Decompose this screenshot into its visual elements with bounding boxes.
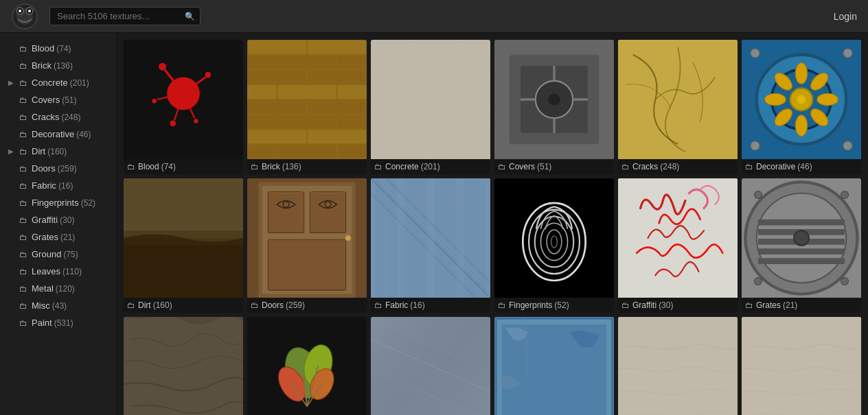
folder-icon: 🗀 xyxy=(19,78,27,88)
sidebar-count: (531) xyxy=(54,318,73,328)
grid-item-concrete[interactable]: 🗀Concrete (201) xyxy=(371,40,490,174)
folder-icon: 🗀 xyxy=(745,162,753,171)
grid-item-name: Brick xyxy=(262,162,280,171)
logo-icon xyxy=(11,3,38,30)
grid-item-thumbnail xyxy=(742,40,861,159)
grid-item-decorative[interactable]: 🗀Decorative (46) xyxy=(742,40,861,174)
sidebar-count: (136) xyxy=(54,61,73,71)
svg-rect-126 xyxy=(758,220,845,226)
login-button[interactable]: Login xyxy=(834,11,857,22)
grid-item-ground[interactable]: 🗀Ground (75) xyxy=(124,317,243,415)
svg-point-14 xyxy=(194,119,198,123)
sidebar-item-fingerprints[interactable]: 🗀Fingerprints (52) xyxy=(0,194,116,211)
sidebar-item-metal[interactable]: 🗀Metal (120) xyxy=(0,280,116,297)
search-input[interactable] xyxy=(49,7,201,25)
grid-item-count: (201) xyxy=(421,162,440,171)
sidebar-label: Dirt xyxy=(32,146,45,156)
svg-point-117 xyxy=(523,203,585,281)
sidebar-item-decorative[interactable]: 🗀Decorative (46) xyxy=(0,126,116,143)
grid-item-label: 🗀Grates (21) xyxy=(742,298,861,313)
sidebar-count: (120) xyxy=(56,284,75,294)
svg-point-86 xyxy=(817,93,838,105)
sidebar-item-dirt[interactable]: ▶🗀Dirt (160) xyxy=(0,143,116,160)
svg-point-12 xyxy=(170,120,176,126)
grid-item-name: Graffiti xyxy=(632,300,656,310)
sidebar-item-paint[interactable]: 🗀Paint (531) xyxy=(0,314,116,331)
grid-item-blood[interactable]: 🗀Blood (74) xyxy=(124,40,243,174)
texture-grid: 🗀Blood (74)🗀Brick (136) 🗀Concrete (201) … xyxy=(124,40,861,415)
grid-item-label: 🗀Covers (51) xyxy=(494,159,614,174)
grid-item-count: (74) xyxy=(161,162,176,171)
folder-icon: 🗀 xyxy=(19,198,27,208)
sidebar-item-ground[interactable]: 🗀Ground (75) xyxy=(0,246,116,263)
svg-point-131 xyxy=(794,230,809,246)
sidebar-item-blood[interactable]: 🗀Blood (74) xyxy=(0,40,116,57)
grid-item-doors[interactable]: 🗀Doors (259) xyxy=(247,178,367,313)
grid-item-thumbnail xyxy=(124,40,243,159)
sidebar-item-concrete[interactable]: ▶🗀Concrete (201) xyxy=(0,74,116,91)
folder-icon: 🗀 xyxy=(19,112,27,122)
grid-item-dirt[interactable]: 🗀Dirt (160) xyxy=(124,178,243,313)
sidebar-label: Leaves xyxy=(32,266,60,276)
sidebar-count: (248) xyxy=(61,112,80,122)
svg-rect-35 xyxy=(247,85,276,99)
grid-item-leaves[interactable]: 🗀Leaves (110) xyxy=(247,317,367,415)
grid-item-misc[interactable]: 🗀Misc (43) xyxy=(494,317,614,415)
grid-item-name: Dirt xyxy=(138,300,151,310)
chevron-icon: ▶ xyxy=(8,147,16,155)
grid-item-thumbnail xyxy=(618,40,738,159)
sidebar-item-brick[interactable]: 🗀Brick (136) xyxy=(0,57,116,74)
grid-item-fingerprints[interactable]: 🗀Fingerprints (52) xyxy=(494,178,614,313)
sidebar-item-doors[interactable]: 🗀Doors (259) xyxy=(0,160,116,177)
sidebar-count: (75) xyxy=(63,250,78,259)
grid-item-cracks[interactable]: 🗀Cracks (248) xyxy=(618,40,738,174)
grid-item-grates[interactable]: 🗀Grates (21) xyxy=(742,178,861,313)
folder-icon: 🗀 xyxy=(127,162,135,171)
search-wrapper: 🔍 xyxy=(49,7,201,25)
grid-item-brick[interactable]: 🗀Brick (136) xyxy=(247,40,367,174)
grid-item-plaster[interactable]: 🗀Plaster (89) xyxy=(742,317,861,415)
folder-icon: 🗀 xyxy=(19,267,27,276)
svg-point-8 xyxy=(159,63,166,71)
sidebar-item-fabric[interactable]: 🗀Fabric (16) xyxy=(0,177,116,194)
grid-item-label: 🗀Concrete (201) xyxy=(371,159,490,174)
grid-item-thumbnail xyxy=(247,178,367,298)
svg-point-5 xyxy=(28,10,31,12)
grid-item-graffiti[interactable]: 🗀Graffiti (30) xyxy=(618,178,738,313)
header: 🔍 Login xyxy=(0,0,868,33)
grid-item-count: (248) xyxy=(660,162,679,171)
sidebar: 🗀Blood (74)🗀Brick (136)▶🗀Concrete (201)🗀… xyxy=(0,33,117,415)
grid-item-count: (52) xyxy=(554,300,569,310)
svg-point-135 xyxy=(841,278,849,285)
grid-item-paint[interactable]: 🗀Paint (531) xyxy=(618,317,738,415)
grid-item-label: 🗀Dirt (160) xyxy=(124,298,243,313)
grid-item-name: Fabric xyxy=(385,300,408,310)
svg-point-133 xyxy=(841,191,849,198)
grid-item-fabric[interactable]: 🗀Fabric (16) xyxy=(371,178,490,313)
svg-rect-161 xyxy=(742,317,861,415)
svg-rect-24 xyxy=(278,56,336,69)
sidebar-item-cracks[interactable]: 🗀Cracks (248) xyxy=(0,108,116,126)
folder-icon: 🗀 xyxy=(19,181,27,191)
sidebar-item-grates[interactable]: 🗀Grates (21) xyxy=(0,228,116,246)
grid-item-name: Blood xyxy=(138,162,159,171)
layout: 🗀Blood (74)🗀Brick (136)▶🗀Concrete (201)🗀… xyxy=(0,33,868,415)
svg-point-83 xyxy=(795,63,807,84)
sidebar-count: (74) xyxy=(56,44,71,54)
sidebar-item-graffiti[interactable]: 🗀Graffiti (30) xyxy=(0,211,116,228)
svg-rect-19 xyxy=(308,40,366,54)
svg-point-94 xyxy=(843,141,852,150)
sidebar-item-misc[interactable]: 🗀Misc (43) xyxy=(0,297,116,314)
grid-item-metal[interactable]: 🗀Metal (120) xyxy=(371,317,490,415)
svg-rect-23 xyxy=(247,56,276,69)
sidebar-item-leaves[interactable]: 🗀Leaves (110) xyxy=(0,263,116,280)
grid-item-covers[interactable]: 🗀Covers (51) xyxy=(494,40,614,174)
sidebar-label: Fingerprints xyxy=(32,198,79,208)
sidebar-item-covers[interactable]: 🗀Covers (51) xyxy=(0,91,116,108)
folder-icon: 🗀 xyxy=(19,301,27,311)
grid-item-thumbnail xyxy=(124,178,243,298)
sidebar-count: (201) xyxy=(70,78,89,88)
grid-item-label: 🗀Brick (136) xyxy=(247,159,367,174)
grid-item-thumbnail xyxy=(371,40,490,159)
svg-rect-136 xyxy=(124,317,243,415)
